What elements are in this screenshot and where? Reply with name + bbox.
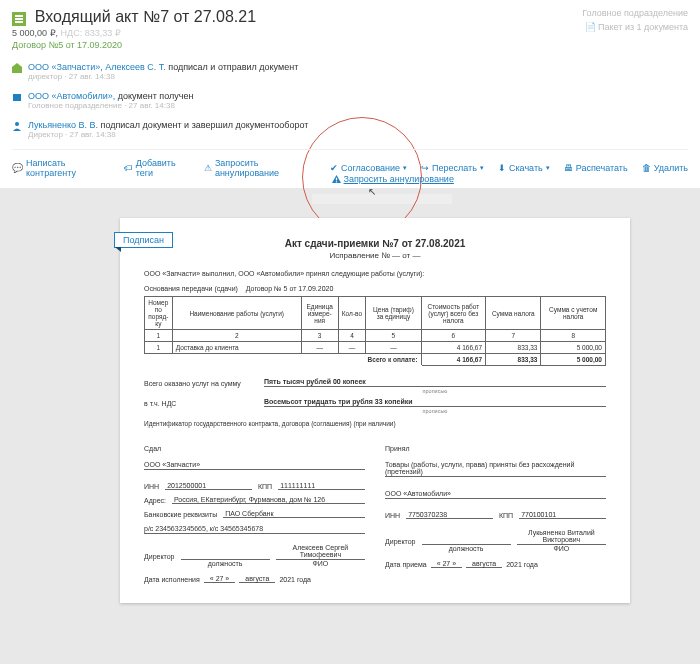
org-icon [12, 92, 22, 102]
svg-point-1 [15, 122, 19, 126]
page-title: Входящий акт №7 от 27.08.21 [35, 8, 256, 25]
svg-rect-0 [13, 94, 21, 101]
house-icon [12, 63, 22, 73]
signed-badge: Подписан [114, 232, 173, 248]
gov-contract-id: Идентификатор государственного контракта… [144, 420, 606, 428]
menu-icon[interactable] [12, 12, 26, 26]
request-annul-button[interactable]: ⚠ Запросить аннулирование [204, 158, 316, 178]
doc-title: Акт сдачи-приемки №7 от 27.08.2021 [144, 238, 606, 249]
add-tags-button[interactable]: 🏷 Добавить теги [124, 158, 190, 178]
package-link[interactable]: 📄 Пакет из 1 документа [582, 22, 688, 32]
seller-block: Сдал ООО «Запчасти» ИНН2012500001КПП1111… [144, 445, 365, 583]
doc-basis: Основания передачи (сдачи) Договор № 5 о… [144, 285, 606, 292]
timeline-item: ООО «Автомобили», документ получен Голов… [12, 91, 688, 110]
print-button[interactable]: 🖶 Распечатать [564, 158, 628, 178]
services-table: Номер по поряд-ку Наименование работы (у… [144, 296, 606, 366]
forward-button[interactable]: ↪ Переслать ▾ [421, 158, 484, 178]
person-icon [12, 121, 22, 131]
price-line: 5 000,00 ₽, НДС: 833,33 ₽ [12, 28, 256, 38]
timeline-item: ООО «Запчасти», Алексеев С. Т. подписал … [12, 62, 688, 81]
doc-intro: ООО «Запчасти» выполнил, ООО «Автомобили… [144, 270, 606, 277]
table-row: 1 Доставка до клиента — — — 4 166,67 833… [145, 342, 606, 354]
download-button[interactable]: ⬇ Скачать ▾ [498, 158, 550, 178]
division-label: Головное подразделение [582, 8, 688, 18]
delete-button[interactable]: 🗑 Удалить [642, 158, 688, 178]
document-preview: Подписан Акт сдачи-приемки №7 от 27.08.2… [120, 218, 630, 602]
action-bar: 💬 Написать контрагенту 🏷 Добавить теги ⚠… [12, 149, 688, 188]
write-counterparty-button[interactable]: 💬 Написать контрагенту [12, 158, 110, 178]
doc-correction: Исправление № — от — [144, 251, 606, 260]
contract-link[interactable]: Договор №5 от 17.09.2020 [12, 40, 256, 50]
timeline-item: Лукьяненко В. В. подписал документ и зав… [12, 120, 688, 139]
buyer-block: Принял Товары (работы, услуги, права) пр… [385, 445, 606, 583]
approval-button[interactable]: ✔ Согласование ▾ [330, 158, 407, 178]
